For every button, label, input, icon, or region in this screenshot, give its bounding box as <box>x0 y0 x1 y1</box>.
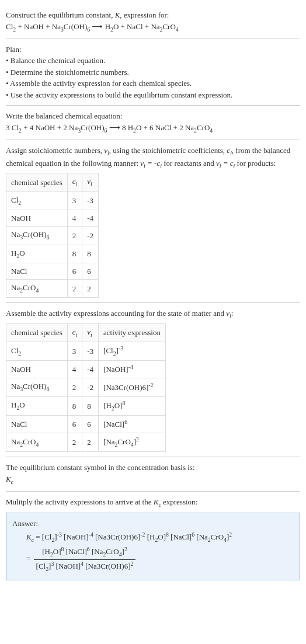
sub: 4 <box>210 127 213 133</box>
t: Construct the equilibrium constant, <box>6 11 115 19</box>
td: 6 <box>67 263 82 280</box>
table-row: Na3Cr(OH)62-2[Na3Cr(OH)6]-2 <box>6 378 166 396</box>
plan-bullet: • Determine the stoichiometric numbers. <box>6 67 300 78</box>
td: Cl2 <box>6 342 68 361</box>
th: chemical species <box>6 323 68 342</box>
answer-box: Answer: Kc = [Cl2]-3 [NaOH]-4 [Na3Cr(OH)… <box>6 513 300 580</box>
td: NaOH <box>6 361 68 378</box>
table-row: Cl23-3 <box>6 192 99 210</box>
table-row: NaCl66[NaCl]6 <box>6 416 166 433</box>
balanced-header: Write the balanced chemical equation: <box>6 110 300 122</box>
td: NaCl <box>6 416 68 433</box>
t: CrO <box>162 22 175 31</box>
t: , using the stoichiometric coefficients, <box>109 146 227 155</box>
t: expression: <box>161 497 197 506</box>
intro-equation: Cl2 + NaOH + Na3Cr(OH)6 ⟶ H2O + NaCl + N… <box>6 21 300 34</box>
td: 4 <box>67 361 82 378</box>
td: -2 <box>82 378 99 396</box>
kc-text: The equilibrium constant symbol in the c… <box>6 462 300 474</box>
t: , expression for: <box>120 11 169 19</box>
td: 2 <box>67 433 82 452</box>
multiply-section: Mulitply the activity expressions to arr… <box>6 492 300 584</box>
activity-table: chemical species ci νi activity expressi… <box>6 323 166 452</box>
td: -3 <box>82 192 99 210</box>
table-row: NaOH4-4[NaOH]-4 <box>6 361 166 378</box>
td: [Na3Cr(OH)6]-2 <box>99 378 166 396</box>
plan-header: Plan: <box>6 44 300 55</box>
td: H2O <box>6 245 68 263</box>
td: 2 <box>67 280 82 298</box>
sub: 4 <box>176 26 179 32</box>
td: Na3Cr(OH)6 <box>6 378 68 396</box>
table-row: Na2CrO422 <box>6 280 99 298</box>
fraction: [H2O]8 [NaCl]6 [Na2CrO4]2 [Cl2]3 [NaOH]4… <box>34 545 136 573</box>
th: νi <box>82 173 99 192</box>
th: νi <box>82 323 99 342</box>
t: O + 6 NaCl + 2 Na <box>136 123 194 132</box>
ci: ci <box>227 146 232 155</box>
td: 2 <box>67 227 82 245</box>
td: -4 <box>82 210 99 227</box>
assemble-section: Assemble the activity expressions accoun… <box>6 303 300 457</box>
td: Cl2 <box>6 192 68 210</box>
plan-bullet: • Balance the chemical equation. <box>6 55 300 67</box>
table-row: NaOH4-4 <box>6 210 99 227</box>
t: + 4 NaOH + 2 Na <box>22 123 78 132</box>
t: ⟶ 8 H <box>107 123 133 132</box>
table-row: H2O88[H2O]8 <box>6 396 166 416</box>
t: Assign stoichiometric numbers, <box>6 146 104 155</box>
table-row: Cl23-3[Cl2]-3 <box>6 342 166 361</box>
plan-section: Plan: • Balance the chemical equation. •… <box>6 39 300 106</box>
t: Mulitply the activity expressions to arr… <box>6 497 154 506</box>
t: : <box>231 309 234 318</box>
td: [H2O]8 <box>99 396 166 416</box>
answer-eq-line1: Kc = [Cl2]-3 [NaOH]-4 [Na3Cr(OH)6]-2 [H2… <box>12 531 294 545</box>
th: ci <box>67 323 82 342</box>
td: 2 <box>82 280 99 298</box>
plan-bullet: • Assemble the activity expression for e… <box>6 78 300 89</box>
assign-text: Assign stoichiometric numbers, νi, using… <box>6 145 300 170</box>
th: activity expression <box>99 323 166 342</box>
td: 8 <box>67 245 82 263</box>
td: -2 <box>82 227 99 245</box>
th: ci <box>67 173 82 192</box>
td: 4 <box>67 210 82 227</box>
td: 2 <box>82 433 99 452</box>
balanced-section: Write the balanced chemical equation: 3 … <box>6 106 300 140</box>
td: [NaCl]6 <box>99 416 166 433</box>
td: NaCl <box>6 263 68 280</box>
th: chemical species <box>6 173 68 192</box>
multiply-text: Mulitply the activity expressions to arr… <box>6 496 300 509</box>
t: ⟶ H <box>90 22 110 31</box>
td: Na3Cr(OH)6 <box>6 227 68 245</box>
intro-line1: Construct the equilibrium constant, K, e… <box>6 9 300 21</box>
td: 3 <box>67 192 82 210</box>
nu: νi <box>226 309 231 318</box>
table-header-row: chemical species ci νi activity expressi… <box>6 323 166 342</box>
assign-section: Assign stoichiometric numbers, νi, using… <box>6 140 300 304</box>
t: = <box>26 554 33 563</box>
t: Cr(OH) <box>64 22 87 31</box>
td: 3 <box>67 342 82 361</box>
td: NaOH <box>6 210 68 227</box>
td: Na2CrO4 <box>6 280 68 298</box>
kc-section: The equilibrium constant symbol in the c… <box>6 457 300 492</box>
kc: Kc <box>154 497 161 506</box>
table-row: Na2CrO422[Na2CrO4]2 <box>6 433 166 452</box>
t: = [Cl <box>34 532 51 541</box>
table-header-row: chemical species ci νi <box>6 173 99 192</box>
table-row: H2O88 <box>6 245 99 263</box>
answer-eq-line2: = [H2O]8 [NaCl]6 [Na2CrO4]2 [Cl2]3 [NaOH… <box>12 545 294 573</box>
t: Assemble the activity expressions accoun… <box>6 309 226 318</box>
td: 6 <box>82 263 99 280</box>
t: Cl <box>6 22 13 31</box>
td: -4 <box>82 361 99 378</box>
nu: νi <box>104 146 109 155</box>
eq: νi = ci <box>216 159 235 168</box>
plan-bullet: • Use the activity expressions to build … <box>6 89 300 101</box>
balanced-equation: 3 Cl2 + 4 NaOH + 2 Na3Cr(OH)6 ⟶ 8 H2O + … <box>6 122 300 135</box>
td: 6 <box>82 416 99 433</box>
t: 3 Cl <box>6 123 19 132</box>
intro-section: Construct the equilibrium constant, K, e… <box>6 5 300 39</box>
t: for reactants and <box>162 159 216 168</box>
